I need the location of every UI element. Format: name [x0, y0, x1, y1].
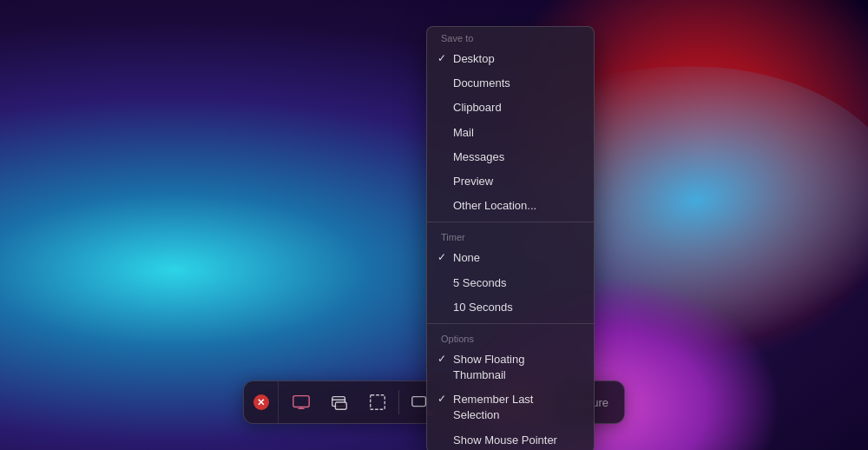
capture-window-button[interactable]	[320, 381, 358, 423]
close-x: ✕	[257, 397, 265, 408]
svg-rect-6	[371, 395, 385, 410]
menu-item-none[interactable]: None	[427, 246, 594, 270]
toolbar-divider-1	[398, 390, 399, 414]
svg-rect-7	[412, 397, 426, 407]
menu-item-remember-last-selection[interactable]: Remember Last Selection	[427, 387, 594, 427]
screen-icon	[292, 393, 311, 412]
menu-item-desktop[interactable]: Desktop	[427, 47, 594, 71]
dropdown-menu: Save to Desktop Documents Clipboard Mail…	[426, 26, 595, 450]
save-to-header: Save to	[427, 27, 594, 47]
menu-item-mail[interactable]: Mail	[427, 121, 594, 145]
capture-entire-screen-button[interactable]	[282, 381, 320, 423]
divider-1	[427, 222, 594, 222]
svg-rect-0	[293, 396, 309, 407]
menu-item-other-location[interactable]: Other Location...	[427, 194, 594, 218]
svg-rect-5	[335, 402, 346, 409]
menu-item-clipboard[interactable]: Clipboard	[427, 96, 594, 120]
menu-item-documents[interactable]: Documents	[427, 71, 594, 96]
capture-selection-button[interactable]	[358, 381, 397, 423]
menu-item-show-mouse-pointer[interactable]: Show Mouse Pointer	[427, 428, 594, 450]
menu-item-preview[interactable]: Preview	[427, 169, 594, 194]
options-header: Options	[427, 328, 594, 347]
window-icon	[330, 393, 349, 412]
menu-item-messages[interactable]: Messages	[427, 145, 594, 169]
timer-header: Timer	[427, 226, 594, 246]
selection-icon	[368, 393, 387, 412]
menu-item-show-floating-thumbnail[interactable]: Show Floating Thumbnail	[427, 347, 594, 387]
close-circle-icon: ✕	[253, 394, 268, 410]
divider-2	[427, 323, 594, 324]
menu-item-5-seconds[interactable]: 5 Seconds	[427, 271, 594, 295]
menu-item-10-seconds[interactable]: 10 Seconds	[427, 295, 594, 320]
close-button[interactable]: ✕	[244, 381, 279, 423]
